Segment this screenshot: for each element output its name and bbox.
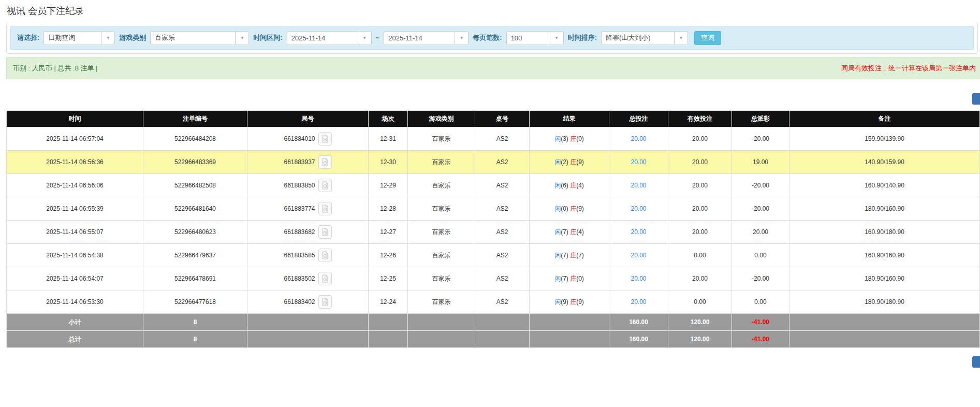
result-banker-label: 庄 <box>570 252 576 259</box>
round-video-button[interactable] <box>318 225 332 239</box>
cell-round-id: 661883502 <box>247 267 369 290</box>
header-time: 时间 <box>7 111 143 127</box>
sort-order-label: 时间排序: <box>568 33 597 42</box>
cell-round-id: 661884010 <box>247 127 369 151</box>
cell-payout: -20.00 <box>732 174 789 197</box>
video-file-icon <box>321 298 329 306</box>
date-from-picker[interactable]: ▼ <box>287 31 372 45</box>
date-from-input[interactable] <box>287 31 358 45</box>
cell-bet-id: 522966483369 <box>143 151 247 174</box>
round-id-text: 661883502 <box>284 275 315 282</box>
header-table-no: 桌号 <box>475 111 530 127</box>
round-video-button[interactable] <box>318 179 332 192</box>
cell-payout: 0.00 <box>732 244 789 267</box>
round-id-text: 661884010 <box>284 135 315 142</box>
query-mode-combobox[interactable]: ▼ <box>43 31 115 45</box>
subtotal-total-bet: 160.00 <box>609 314 668 331</box>
result-banker-score: (4) <box>576 182 584 189</box>
cell-payout: -20.00 <box>732 197 789 221</box>
total-bet-link[interactable]: 20.00 <box>631 252 646 259</box>
date-from-caret-button[interactable]: ▼ <box>358 31 372 45</box>
cell-time: 2025-11-14 06:55:39 <box>7 197 143 221</box>
date-to-picker[interactable]: ▼ <box>384 31 469 45</box>
page-size-combobox[interactable]: ▼ <box>506 31 564 45</box>
result-player-label: 闲 <box>554 158 561 166</box>
sort-order-caret-button[interactable]: ▼ <box>674 31 688 45</box>
cell-result: 闲(3) 庄(0) <box>530 127 609 151</box>
chevron-down-icon: ▼ <box>460 36 464 40</box>
chevron-down-icon: ▼ <box>362 36 367 40</box>
chevron-down-icon: ▼ <box>106 36 110 40</box>
table-row: 2025-11-14 06:56:06 522966482508 6618838… <box>7 174 980 197</box>
cell-note: 140.90/159.90 <box>789 151 980 174</box>
cell-game-type: 百家乐 <box>408 290 475 314</box>
cell-time: 2025-11-14 06:55:07 <box>7 221 143 244</box>
total-bet-link[interactable]: 20.00 <box>631 298 646 306</box>
result-banker-score: (9) <box>576 205 584 212</box>
cell-total-bet: 20.00 <box>609 221 668 244</box>
cell-result: 闲(6) 庄(4) <box>530 174 609 197</box>
cell-valid-bet: 20.00 <box>668 267 732 290</box>
game-type-input[interactable] <box>150 31 236 45</box>
table-row: 2025-11-14 06:56:36 522966483369 6618839… <box>7 151 980 174</box>
cell-total-bet: 20.00 <box>609 244 668 267</box>
round-id-text: 661883402 <box>284 298 315 306</box>
cell-game-type: 百家乐 <box>408 151 475 174</box>
subtotal-valid-bet: 120.00 <box>668 314 732 331</box>
cell-game-type: 百家乐 <box>408 221 475 244</box>
cell-round-id: 661883774 <box>247 197 369 221</box>
result-player-label: 闲 <box>554 228 561 236</box>
cell-note: 160.90/140.90 <box>789 174 980 197</box>
table-row: 2025-11-14 06:53:30 522966477618 6618834… <box>7 290 980 314</box>
page-size-caret-button[interactable]: ▼ <box>550 31 564 45</box>
edge-action-button-bottom[interactable] <box>972 356 980 368</box>
page-size-input[interactable] <box>506 31 550 45</box>
header-total-bet: 总投注 <box>609 111 668 127</box>
cell-time: 2025-11-14 06:56:06 <box>7 174 143 197</box>
edge-action-button-top[interactable] <box>972 93 980 105</box>
cell-valid-bet: 0.00 <box>668 290 732 314</box>
total-bet-link[interactable]: 20.00 <box>631 275 646 282</box>
video-file-icon <box>321 135 329 143</box>
video-file-icon <box>321 205 329 213</box>
video-file-icon <box>321 181 329 190</box>
cell-round-id: 661883682 <box>247 221 369 244</box>
cell-note: 180.90/160.90 <box>789 267 980 290</box>
game-type-combobox[interactable]: ▼ <box>150 31 249 45</box>
result-player-label: 闲 <box>554 298 561 306</box>
cell-bet-id: 522966477618 <box>143 290 247 314</box>
date-to-caret-button[interactable]: ▼ <box>455 31 469 45</box>
cell-table-no: AS2 <box>475 244 530 267</box>
result-player-label: 闲 <box>554 275 561 282</box>
round-video-button[interactable] <box>318 132 332 146</box>
cell-valid-bet: 20.00 <box>668 197 732 221</box>
cell-time: 2025-11-14 06:53:30 <box>7 290 143 314</box>
round-video-button[interactable] <box>318 202 332 215</box>
round-video-button[interactable] <box>318 249 332 262</box>
total-bet-link[interactable]: 20.00 <box>631 182 646 189</box>
header-session: 场次 <box>369 111 408 127</box>
date-to-input[interactable] <box>384 31 455 45</box>
sort-order-combobox[interactable]: ▼ <box>601 31 688 45</box>
round-video-button[interactable] <box>318 272 332 285</box>
betting-records-table: 时间 注单编号 局号 场次 游戏类别 桌号 结果 总投注 有效投注 总派彩 备注… <box>6 110 980 348</box>
total-bet-link[interactable]: 20.00 <box>631 135 646 142</box>
total-bet-link[interactable]: 20.00 <box>631 205 646 212</box>
cell-time: 2025-11-14 06:54:07 <box>7 267 143 290</box>
query-button[interactable]: 查询 <box>694 31 721 45</box>
total-bet-link[interactable]: 20.00 <box>631 158 646 166</box>
round-video-button[interactable] <box>318 295 332 309</box>
cell-note: 160.90/160.90 <box>789 244 980 267</box>
result-banker-label: 庄 <box>570 135 576 142</box>
sort-order-input[interactable] <box>601 31 675 45</box>
cell-total-bet: 20.00 <box>609 290 668 314</box>
game-type-caret-button[interactable]: ▼ <box>235 31 249 45</box>
total-bet-link[interactable]: 20.00 <box>631 228 646 236</box>
subtotal-payout: -41.00 <box>732 314 789 331</box>
cell-valid-bet: 0.00 <box>668 244 732 267</box>
video-file-icon <box>321 228 329 236</box>
cell-payout: 0.00 <box>732 290 789 314</box>
round-video-button[interactable] <box>318 155 332 169</box>
query-mode-input[interactable] <box>43 31 101 45</box>
query-mode-caret-button[interactable]: ▼ <box>101 31 115 45</box>
